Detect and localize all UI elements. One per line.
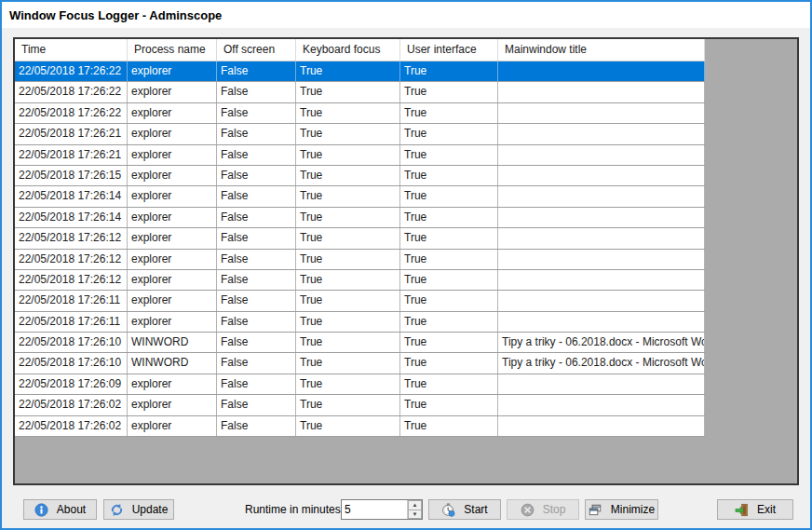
table-cell-time: 22/05/2018 17:26:21 bbox=[15, 145, 128, 165]
spinner-up-button[interactable]: ▲ bbox=[408, 500, 422, 510]
table-cell-process_name: explorer bbox=[128, 186, 217, 206]
table-cell-time: 22/05/2018 17:26:11 bbox=[15, 312, 128, 332]
table-cell-off_screen: False bbox=[217, 61, 296, 81]
runtime-input[interactable] bbox=[342, 500, 407, 519]
table-cell-mainwindow_title bbox=[498, 374, 705, 394]
table-cell-time: 22/05/2018 17:26:10 bbox=[15, 333, 128, 352]
table-cell-user_interface: True bbox=[400, 166, 498, 185]
column-header-process_name[interactable]: Process name bbox=[128, 39, 217, 61]
table-row[interactable]: 22/05/2018 17:26:12explorerFalseTrueTrue bbox=[15, 228, 705, 249]
table-cell-process_name: explorer bbox=[128, 61, 217, 81]
exit-button[interactable]: Exit bbox=[717, 499, 793, 520]
table-cell-mainwindow_title bbox=[498, 270, 705, 290]
table-row[interactable]: 22/05/2018 17:26:10WINWORDFalseTrueTrueT… bbox=[15, 333, 705, 353]
table-cell-keyboard_focus: True bbox=[296, 333, 400, 352]
column-header-time[interactable]: Time bbox=[15, 39, 128, 61]
table-row[interactable]: 22/05/2018 17:26:22explorerFalseTrueTrue bbox=[15, 82, 705, 102]
table-row[interactable]: 22/05/2018 17:26:21explorerFalseTrueTrue bbox=[15, 145, 705, 166]
window-title: Window Focus Logger - Adminscope bbox=[9, 8, 222, 22]
table-row[interactable]: 22/05/2018 17:26:22explorerFalseTrueTrue bbox=[15, 61, 705, 82]
table-cell-off_screen: False bbox=[217, 374, 296, 394]
minimize-button[interactable]: Minimize bbox=[585, 499, 658, 520]
table-row[interactable]: 22/05/2018 17:26:14explorerFalseTrueTrue bbox=[15, 208, 705, 228]
table-cell-time: 22/05/2018 17:26:22 bbox=[15, 82, 128, 102]
table-cell-keyboard_focus: True bbox=[296, 208, 400, 227]
column-header-keyboard_focus[interactable]: Keyboard focus bbox=[296, 39, 400, 61]
table-cell-mainwindow_title: Tipy a triky - 06.2018.docx - Microsoft … bbox=[498, 333, 705, 352]
spinner-down-button[interactable]: ▼ bbox=[408, 510, 422, 520]
table-cell-user_interface: True bbox=[400, 186, 498, 206]
table-cell-keyboard_focus: True bbox=[296, 374, 400, 394]
stopwatch-icon bbox=[441, 503, 455, 517]
about-button[interactable]: About bbox=[23, 499, 97, 520]
table-cell-keyboard_focus: True bbox=[296, 353, 400, 373]
table-cell-time: 22/05/2018 17:26:15 bbox=[15, 166, 128, 185]
table-cell-process_name: explorer bbox=[128, 291, 217, 310]
table-cell-user_interface: True bbox=[400, 395, 498, 414]
table-cell-user_interface: True bbox=[400, 353, 498, 373]
table-row[interactable]: 22/05/2018 17:26:21explorerFalseTrueTrue bbox=[15, 124, 705, 144]
table-cell-time: 22/05/2018 17:26:22 bbox=[15, 103, 128, 123]
table-row[interactable]: 22/05/2018 17:26:12explorerFalseTrueTrue bbox=[15, 270, 705, 291]
table-cell-user_interface: True bbox=[400, 61, 498, 81]
table-cell-process_name: explorer bbox=[128, 166, 217, 185]
table-cell-time: 22/05/2018 17:26:14 bbox=[15, 208, 128, 227]
stop-button[interactable]: Stop bbox=[507, 499, 579, 520]
table-row[interactable]: 22/05/2018 17:26:10WINWORDFalseTrueTrueT… bbox=[15, 353, 705, 374]
table-cell-time: 22/05/2018 17:26:12 bbox=[15, 250, 128, 269]
table-cell-user_interface: True bbox=[400, 124, 498, 143]
table-row[interactable]: 22/05/2018 17:26:11explorerFalseTrueTrue bbox=[15, 312, 705, 333]
table-cell-process_name: explorer bbox=[128, 124, 217, 143]
table-cell-process_name: explorer bbox=[128, 416, 217, 436]
table-row[interactable]: 22/05/2018 17:26:15explorerFalseTrueTrue bbox=[15, 166, 705, 186]
table-cell-user_interface: True bbox=[400, 416, 498, 436]
table-row[interactable]: 22/05/2018 17:26:22explorerFalseTrueTrue bbox=[15, 103, 705, 124]
stop-x-icon bbox=[521, 503, 535, 517]
log-grid: TimeProcess nameOff screenKeyboard focus… bbox=[15, 39, 705, 437]
table-cell-off_screen: False bbox=[217, 416, 296, 436]
table-cell-keyboard_focus: True bbox=[296, 416, 400, 436]
table-cell-off_screen: False bbox=[217, 103, 296, 123]
table-row[interactable]: 22/05/2018 17:26:14explorerFalseTrueTrue bbox=[15, 186, 705, 207]
about-button-label: About bbox=[57, 503, 86, 516]
table-cell-off_screen: False bbox=[217, 82, 296, 102]
table-cell-process_name: explorer bbox=[128, 374, 217, 394]
table-cell-mainwindow_title bbox=[498, 145, 705, 165]
table-cell-user_interface: True bbox=[400, 82, 498, 102]
table-cell-mainwindow_title bbox=[498, 228, 705, 248]
spinner-buttons: ▲ ▼ bbox=[407, 500, 422, 519]
table-cell-mainwindow_title bbox=[498, 291, 705, 310]
column-header-off_screen[interactable]: Off screen bbox=[217, 39, 296, 61]
table-cell-off_screen: False bbox=[217, 395, 296, 414]
table-row[interactable]: 22/05/2018 17:26:02explorerFalseTrueTrue bbox=[15, 416, 705, 437]
table-cell-user_interface: True bbox=[400, 228, 498, 248]
table-cell-process_name: WINWORD bbox=[128, 353, 217, 373]
table-cell-process_name: explorer bbox=[128, 208, 217, 227]
table-cell-time: 22/05/2018 17:26:02 bbox=[15, 416, 128, 436]
table-header: TimeProcess nameOff screenKeyboard focus… bbox=[15, 39, 705, 61]
table-cell-user_interface: True bbox=[400, 291, 498, 310]
table-cell-user_interface: True bbox=[400, 270, 498, 290]
runtime-minutes-label: Runtime in minutes bbox=[245, 499, 341, 520]
table-cell-keyboard_focus: True bbox=[296, 250, 400, 269]
table-row[interactable]: 22/05/2018 17:26:11explorerFalseTrueTrue bbox=[15, 291, 705, 311]
table-cell-keyboard_focus: True bbox=[296, 270, 400, 290]
table-cell-process_name: explorer bbox=[128, 145, 217, 165]
table-cell-mainwindow_title bbox=[498, 166, 705, 185]
column-header-user_interface[interactable]: User interface bbox=[400, 39, 498, 61]
column-header-mainwindow_title[interactable]: Mainwindow title bbox=[498, 39, 705, 61]
table-row[interactable]: 22/05/2018 17:26:02explorerFalseTrueTrue bbox=[15, 395, 705, 415]
table-cell-time: 22/05/2018 17:26:21 bbox=[15, 124, 128, 143]
table-row[interactable]: 22/05/2018 17:26:12explorerFalseTrueTrue bbox=[15, 250, 705, 270]
cascade-windows-icon bbox=[589, 503, 602, 517]
table-cell-off_screen: False bbox=[217, 312, 296, 332]
table-cell-user_interface: True bbox=[400, 208, 498, 227]
table-body: 22/05/2018 17:26:22explorerFalseTrueTrue… bbox=[15, 61, 705, 437]
table-row[interactable]: 22/05/2018 17:26:09explorerFalseTrueTrue bbox=[15, 374, 705, 395]
log-grid-panel[interactable]: TimeProcess nameOff screenKeyboard focus… bbox=[13, 37, 799, 485]
table-cell-off_screen: False bbox=[217, 228, 296, 248]
table-cell-keyboard_focus: True bbox=[296, 228, 400, 248]
table-cell-process_name: explorer bbox=[128, 395, 217, 414]
start-button[interactable]: Start bbox=[428, 499, 501, 520]
update-button[interactable]: Update bbox=[103, 499, 174, 520]
